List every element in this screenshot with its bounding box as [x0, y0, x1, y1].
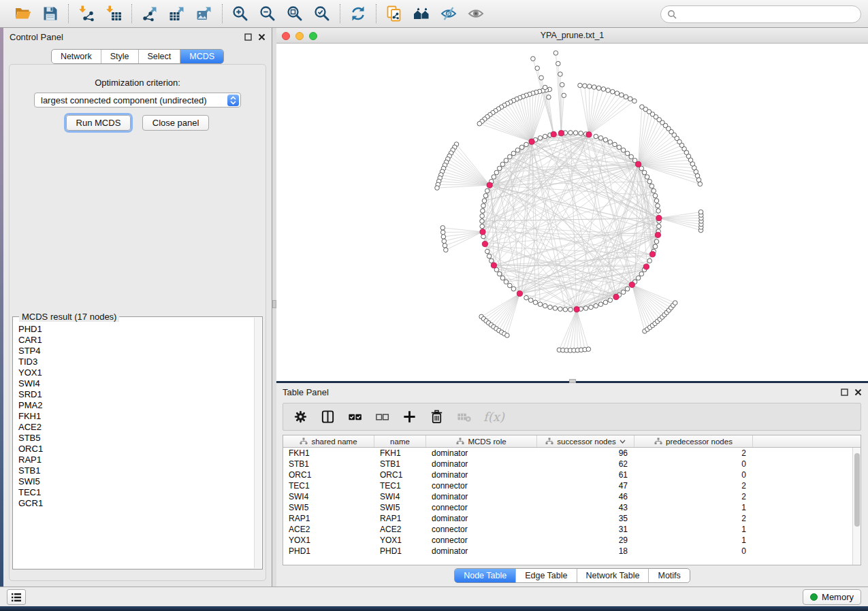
table-cell-shared-name: SWI4 [283, 491, 374, 502]
control-panel-title: Control Panel [10, 32, 63, 42]
table-row[interactable]: YOX1YOX1connector291 [283, 535, 861, 546]
column-header-name[interactable]: name [374, 435, 426, 447]
select-all-icon[interactable] [347, 409, 363, 425]
tab-mcds[interactable]: MCDS [180, 50, 223, 63]
table-body: FKH1FKH1dominator962STB1STB1dominator620… [283, 448, 861, 557]
mcds-result-list[interactable]: PHD1CAR1STP4TID3YOX1SWI4SRD1PMA2FKH1ACE2… [14, 321, 253, 568]
table-cell-name: SWI4 [374, 491, 426, 502]
zoom-in-icon[interactable] [231, 5, 249, 22]
export-network-icon[interactable] [141, 5, 159, 22]
column-header-successor-nodes[interactable]: successor nodes [537, 435, 634, 447]
table-scrollbar[interactable] [852, 448, 861, 565]
mcds-result-node[interactable]: STB5 [18, 433, 253, 444]
run-mcds-button[interactable]: Run MCDS [66, 115, 131, 131]
delete-column-icon[interactable] [429, 409, 445, 425]
float-panel-icon[interactable] [244, 33, 252, 41]
close-table-panel-icon[interactable] [854, 389, 862, 396]
open-file-icon[interactable] [14, 5, 32, 22]
memory-button[interactable]: Memory [803, 589, 861, 605]
tab-motifs[interactable]: Motifs [648, 569, 689, 582]
table-panel: Table Panel [276, 383, 868, 587]
table-cell-successor-nodes: 61 [537, 469, 634, 480]
table-cell-predecessor-nodes: 0 [634, 469, 753, 480]
mcds-result-node[interactable]: STB1 [18, 465, 253, 476]
optimization-criterion-select[interactable]: largest connected component (undirected) [34, 93, 241, 108]
refresh-icon[interactable] [349, 5, 367, 22]
mcds-result-scrollbar[interactable] [254, 318, 261, 568]
table-row[interactable]: ACE2ACE2connector311 [283, 524, 861, 535]
column-header-label: shared name [311, 437, 357, 446]
tab-edge-table[interactable]: Edge Table [515, 569, 576, 582]
mcds-result-node[interactable]: ORC1 [18, 444, 253, 455]
tab-network-table[interactable]: Network Table [577, 569, 649, 582]
mcds-tab-content: Optimization criterion: largest connecte… [9, 64, 266, 581]
mcds-result-node[interactable]: TEC1 [18, 487, 253, 498]
tab-node-table[interactable]: Node Table [455, 569, 515, 582]
network-graph[interactable] [276, 44, 868, 381]
add-column-icon[interactable] [402, 409, 417, 425]
sort-descending-icon [620, 440, 626, 444]
zoom-fit-icon[interactable] [286, 5, 304, 22]
mcds-result-node[interactable]: PHD1 [18, 324, 253, 335]
close-panel-button[interactable]: Close panel [142, 115, 210, 131]
import-table-icon[interactable] [105, 5, 123, 22]
table-cell-predecessor-nodes: 1 [634, 524, 753, 535]
deselect-all-icon[interactable] [374, 409, 390, 425]
search-field[interactable] [660, 5, 861, 23]
mcds-result-node[interactable]: TID3 [18, 357, 253, 367]
table-scrollbar-thumb[interactable] [854, 453, 860, 527]
export-table-icon[interactable] [168, 5, 186, 22]
table-row[interactable]: ORC1ORC1dominator610 [283, 469, 861, 480]
mcds-result-node[interactable]: SWI4 [18, 378, 253, 389]
search-input[interactable] [677, 7, 861, 21]
table-row[interactable]: FKH1FKH1dominator962 [283, 448, 861, 459]
float-table-panel-icon[interactable] [841, 389, 848, 396]
column-header-label: successor nodes [557, 437, 615, 446]
zoom-out-icon[interactable] [259, 5, 276, 22]
table-settings-gear-icon[interactable] [293, 409, 308, 425]
table-row[interactable]: PHD1PHD1dominator180 [283, 546, 861, 557]
mcds-result-node[interactable]: STP4 [18, 346, 253, 357]
control-panel: Control Panel NetworkStyleSelectMCDS Opt… [3, 28, 272, 587]
column-header-mcds-role[interactable]: MCDS role [426, 435, 537, 447]
node-table: shared namenameMCDS rolesuccessor nodesp… [283, 435, 861, 565]
mcds-result-node[interactable]: RAP1 [18, 455, 253, 465]
table-cell-mcds-role: connector [426, 535, 537, 546]
mcds-result-node[interactable]: YOX1 [18, 367, 253, 378]
export-image-icon[interactable] [195, 5, 213, 22]
table-row[interactable]: STB1STB1dominator620 [283, 459, 861, 469]
split-table-icon[interactable] [320, 409, 336, 425]
table-cell-name: TEC1 [374, 480, 426, 491]
table-row[interactable]: RAP1RAP1dominator352 [283, 513, 861, 524]
copy-style-icon[interactable] [385, 5, 403, 22]
mcds-result-node[interactable]: FKH1 [18, 411, 253, 422]
table-row[interactable]: SWI5SWI5connector431 [283, 502, 861, 513]
network-canvas[interactable] [276, 44, 868, 381]
table-cell-shared-name: ORC1 [283, 469, 374, 480]
tab-style[interactable]: Style [101, 50, 138, 63]
save-session-icon[interactable] [42, 5, 59, 22]
mcds-result-node[interactable]: PMA2 [18, 400, 253, 411]
mcds-result-node[interactable]: CAR1 [18, 335, 253, 346]
mcds-result-node[interactable]: SWI5 [18, 476, 253, 487]
mcds-result-node[interactable]: GCR1 [18, 498, 253, 509]
table-row[interactable]: TEC1TEC1connector472 [283, 480, 861, 491]
tab-select[interactable]: Select [138, 50, 180, 63]
task-history-button[interactable] [7, 589, 26, 605]
mcds-result-node[interactable]: SRD1 [18, 389, 253, 400]
zoom-selected-icon[interactable] [313, 5, 331, 22]
column-header-shared-name[interactable]: shared name [283, 435, 374, 447]
mcds-result-node[interactable]: ACE2 [18, 422, 253, 433]
table-row[interactable]: SWI4SWI4dominator462 [283, 491, 861, 502]
column-header-predecessor-nodes[interactable]: predecessor nodes [634, 435, 753, 447]
hide-selected-icon[interactable] [440, 5, 457, 22]
delete-table-icon [456, 409, 472, 425]
close-panel-icon[interactable] [258, 33, 266, 41]
status-bar: Memory [0, 587, 868, 606]
first-neighbors-icon[interactable] [413, 5, 430, 22]
tab-network[interactable]: Network [52, 50, 101, 63]
show-all-icon[interactable] [467, 5, 485, 22]
table-toolbar: f(x) [283, 403, 861, 431]
import-network-icon[interactable] [78, 5, 95, 22]
mcds-result-title: MCDS result (17 nodes) [19, 312, 119, 322]
